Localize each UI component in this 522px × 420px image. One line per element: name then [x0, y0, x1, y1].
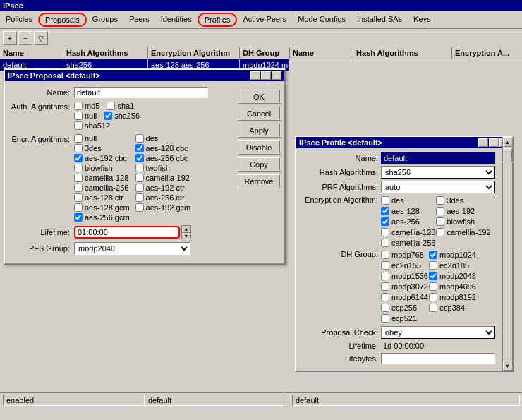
- p-cam128-label[interactable]: camellia-128: [381, 227, 435, 237]
- aes256gcm-label[interactable]: aes-256 gcm: [74, 212, 190, 222]
- sha1-checkbox-label[interactable]: sha1: [107, 101, 134, 111]
- col-name[interactable]: Name: [0, 47, 63, 59]
- aes128cbc-checkbox[interactable]: [135, 144, 144, 152]
- right-col-name[interactable]: Name: [290, 47, 353, 59]
- minimize-button[interactable]: _: [250, 71, 260, 80]
- p-cam192-label[interactable]: camellia-192: [436, 227, 490, 237]
- camellia128-checkbox[interactable]: [74, 174, 83, 182]
- copy-button[interactable]: Copy: [238, 157, 280, 172]
- menu-installed-sas[interactable]: Installed SAs: [351, 13, 408, 27]
- p-3des-checkbox[interactable]: [436, 196, 444, 205]
- dh-ecp384-label[interactable]: ecp384: [429, 303, 476, 313]
- close-button[interactable]: ×: [272, 71, 281, 80]
- dh-ec2n185-checkbox[interactable]: [429, 261, 437, 270]
- profile-hash-select[interactable]: sha256 sha1 md5: [381, 166, 495, 179]
- dh-ec2n155-label[interactable]: ec2n155: [381, 260, 428, 270]
- 3des-checkbox[interactable]: [74, 144, 83, 152]
- ok-button[interactable]: OK: [238, 90, 280, 104]
- blowfish-checkbox[interactable]: [74, 164, 83, 172]
- aes256ctr-label[interactable]: aes-256 ctr: [135, 193, 191, 203]
- p-des-label[interactable]: des: [381, 196, 435, 205]
- scroll-down-arrow[interactable]: ▼: [503, 361, 513, 371]
- aes128ctr-checkbox[interactable]: [74, 193, 83, 202]
- des-checkbox[interactable]: [135, 134, 144, 143]
- profile-lifebytes-input[interactable]: [381, 353, 495, 364]
- menu-identities[interactable]: Identities: [155, 13, 198, 27]
- dh-modp1024-checkbox[interactable]: [429, 251, 437, 259]
- p-cam256-label[interactable]: camellia-256: [381, 238, 491, 248]
- profile-maximize[interactable]: □: [489, 138, 499, 147]
- twofish-checkbox[interactable]: [135, 164, 144, 172]
- remove-button[interactable]: Remove: [238, 174, 280, 188]
- p-aes128-checkbox[interactable]: [381, 207, 389, 215]
- lifetime-input[interactable]: [74, 226, 180, 239]
- scroll-up-arrow[interactable]: ▲: [503, 137, 513, 147]
- p-cam192-checkbox[interactable]: [436, 228, 444, 236]
- p-aes192-checkbox[interactable]: [436, 207, 444, 215]
- camellia128-label[interactable]: camellia-128: [74, 173, 130, 183]
- dh-modp2048-checkbox[interactable]: [429, 272, 437, 280]
- aes192ctr-label[interactable]: aes-192 ctr: [135, 183, 191, 193]
- dh-ecp256-checkbox[interactable]: [381, 304, 389, 312]
- camellia256-checkbox[interactable]: [74, 184, 83, 192]
- profile-prf-select[interactable]: auto: [381, 181, 495, 193]
- menu-policies[interactable]: Policies: [0, 13, 38, 27]
- dh-ec2n185-label[interactable]: ec2n185: [429, 260, 476, 270]
- p-blowfish-checkbox[interactable]: [436, 217, 444, 226]
- dh-modp6144-label[interactable]: modp6144: [381, 292, 428, 302]
- md5-checkbox[interactable]: [74, 102, 83, 110]
- menu-proposals[interactable]: Proposals: [38, 13, 87, 27]
- aes128cbc-label[interactable]: aes-128 cbc: [135, 143, 191, 153]
- null-encr-label[interactable]: null: [74, 133, 130, 143]
- null-auth-checkbox-label[interactable]: null: [74, 111, 97, 121]
- dh-ecp521-label[interactable]: ecp521: [381, 313, 428, 323]
- dh-modp2048-label[interactable]: modp2048: [429, 271, 476, 281]
- sha1-checkbox[interactable]: [107, 102, 115, 110]
- aes192cbc-checkbox[interactable]: [74, 154, 83, 162]
- remove-button[interactable]: −: [18, 31, 32, 45]
- null-encr-checkbox[interactable]: [74, 134, 83, 143]
- profile-name-input[interactable]: [381, 152, 495, 164]
- p-cam256-checkbox[interactable]: [381, 239, 389, 247]
- dh-modp768-checkbox[interactable]: [381, 251, 389, 259]
- cancel-button[interactable]: Cancel: [238, 107, 280, 121]
- dh-modp1024-label[interactable]: modp1024: [429, 250, 476, 260]
- aes256cbc-checkbox[interactable]: [135, 154, 144, 162]
- dh-modp768-label[interactable]: modp768: [381, 250, 428, 260]
- dh-modp1536-checkbox[interactable]: [381, 272, 389, 280]
- 3des-label[interactable]: 3des: [74, 143, 130, 153]
- filter-button[interactable]: ▽: [34, 31, 48, 45]
- col-encr[interactable]: Encryption Algorithm: [148, 47, 240, 59]
- menu-mode-configs[interactable]: Mode Configs: [292, 13, 351, 27]
- p-aes256-checkbox[interactable]: [381, 217, 389, 226]
- dh-ecp384-checkbox[interactable]: [429, 304, 437, 312]
- sha512-checkbox[interactable]: [74, 121, 83, 130]
- p-3des-label[interactable]: 3des: [436, 196, 490, 205]
- p-des-checkbox[interactable]: [381, 196, 389, 205]
- right-col-encr[interactable]: Encryption A...: [452, 47, 522, 59]
- col-dh[interactable]: DH Group: [240, 47, 296, 59]
- p-aes128-label[interactable]: aes-128: [381, 206, 435, 216]
- name-input[interactable]: [74, 87, 208, 98]
- lifetime-up[interactable]: ▲: [181, 225, 191, 232]
- dh-modp4096-checkbox[interactable]: [429, 282, 437, 291]
- aes128gcm-checkbox[interactable]: [74, 203, 83, 212]
- dh-modp8192-label[interactable]: modp8192: [429, 292, 476, 302]
- profile-minimize[interactable]: _: [478, 138, 488, 147]
- aes192ctr-checkbox[interactable]: [135, 184, 144, 192]
- menu-active-peers[interactable]: Active Peers: [237, 13, 292, 27]
- aes192gcm-label[interactable]: aes-192 gcm: [135, 203, 191, 212]
- add-button[interactable]: +: [3, 31, 17, 45]
- dh-modp6144-checkbox[interactable]: [381, 293, 389, 301]
- aes128gcm-label[interactable]: aes-128 gcm: [74, 203, 130, 212]
- dh-modp3072-checkbox[interactable]: [381, 282, 389, 291]
- aes128ctr-label[interactable]: aes-128 ctr: [74, 193, 130, 203]
- sha256-checkbox[interactable]: [104, 112, 112, 120]
- camellia256-label[interactable]: camellia-256: [74, 183, 130, 193]
- pfs-select[interactable]: modp2048 modp1024 none: [74, 242, 190, 255]
- aes192gcm-checkbox[interactable]: [135, 203, 144, 212]
- blowfish-label[interactable]: blowfish: [74, 163, 130, 173]
- lifetime-down[interactable]: ▼: [181, 232, 191, 239]
- dh-modp4096-label[interactable]: modp4096: [429, 282, 476, 292]
- aes256gcm-checkbox[interactable]: [74, 213, 83, 222]
